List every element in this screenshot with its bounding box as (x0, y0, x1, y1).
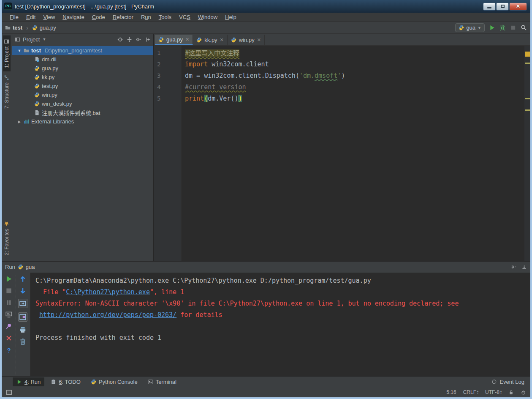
close-tab-icon[interactable]: ✕ (220, 37, 224, 43)
line-number: 2 (154, 61, 182, 68)
hide-panel-icon[interactable] (145, 37, 151, 42)
console-link[interactable]: http://python.org/dev/peps/pep-0263/ (39, 311, 176, 319)
readonly-lock-icon[interactable] (508, 390, 514, 395)
maximize-button[interactable] (496, 3, 509, 11)
tree-file-name: 注册大漠插件到系统.bat (42, 109, 100, 117)
menu-refactor[interactable]: Refactor (109, 13, 137, 21)
toolwindow-tab----todo[interactable]: 6: TODO (47, 377, 84, 386)
print-button[interactable] (19, 326, 27, 333)
hector-inspector-icon[interactable] (521, 390, 526, 395)
code-text[interactable]: #这里写入中文注释 (182, 48, 239, 57)
encoding-select[interactable]: UTF-8▴▾ (485, 389, 502, 395)
minimize-button[interactable] (483, 3, 496, 11)
menu-help[interactable]: Help (221, 13, 240, 21)
event-log-label: Event Log (499, 379, 524, 385)
project-icon (15, 37, 20, 42)
line-ending-select[interactable]: CRLF▴▾ (463, 389, 478, 395)
scroll-to-source-icon[interactable] (117, 37, 123, 42)
tree-file-name: dm.dll (42, 56, 57, 63)
close-tab-icon[interactable]: ✕ (257, 37, 261, 43)
tree-file-row[interactable]: win.py (12, 90, 153, 99)
help-button[interactable]: ? (5, 346, 13, 354)
console-line: http://python.org/dev/peps/pep-0263/ for… (35, 311, 530, 322)
run-console[interactable]: C:\ProgramData\Anaconda2\python.exe C:\P… (30, 273, 530, 376)
breadcrumb-item[interactable]: test (5, 25, 22, 31)
toolwindow-tab-python-console[interactable]: Python Console (87, 377, 141, 386)
project-view-select[interactable]: Project ▼ (15, 36, 46, 43)
event-log-button[interactable]: Event Log (491, 379, 530, 385)
tree-root-row[interactable]: ▼testD:\python_program\test (12, 46, 153, 55)
warning-stripe-mark[interactable] (525, 63, 530, 64)
run-configuration-select[interactable]: gua ▼ (455, 23, 485, 32)
hide-panel-icon[interactable] (521, 264, 527, 270)
code-text[interactable]: #current version (182, 83, 246, 91)
code-editor[interactable]: 1#这里写入中文注释2import win32com.client3dm = w… (154, 46, 524, 261)
toolwindow-tab----run[interactable]: 4: Run (13, 377, 44, 386)
editor-tab-win.py[interactable]: win.py✕ (228, 35, 265, 45)
run-button[interactable] (489, 25, 495, 31)
error-stripe[interactable] (524, 46, 530, 261)
code-text[interactable]: dm = win32com.client.Dispatch('dm.dmsoft… (182, 72, 345, 79)
pin-tab-button[interactable] (5, 322, 13, 330)
tree-file-row[interactable]: test.py (12, 82, 153, 90)
tree-file-row[interactable]: gua.py (12, 64, 153, 73)
tree-file-row[interactable]: kk.py (12, 73, 153, 82)
toolwindow-tab-terminal[interactable]: Terminal (144, 377, 180, 386)
down-stack-trace-button[interactable] (19, 287, 27, 295)
clear-all-button[interactable] (19, 338, 27, 345)
tree-file-name: win.py (42, 92, 57, 98)
rerun-button[interactable] (5, 275, 13, 283)
tree-external-libraries-row[interactable]: ▶External Libraries (12, 117, 153, 126)
stop-button[interactable] (5, 287, 13, 295)
search-icon[interactable] (521, 25, 527, 31)
editor-tab-kk.py[interactable]: kk.py✕ (193, 35, 228, 45)
stop-button[interactable] (510, 25, 516, 31)
editor-tab-gua.py[interactable]: gua.py✕ (155, 35, 193, 45)
warning-stripe-mark[interactable] (525, 98, 530, 99)
breadcrumb-item[interactable]: gua.py (32, 25, 56, 31)
close-tab-icon[interactable]: ✕ (185, 37, 189, 42)
gear-icon[interactable] (136, 37, 141, 42)
tree-file-row[interactable]: win_desk.py (12, 99, 153, 108)
gear-icon[interactable] (511, 264, 516, 270)
console-link[interactable]: C:\Python27\python.exe (66, 288, 150, 296)
menu-file[interactable]: File (6, 13, 22, 21)
debug-button[interactable] (499, 25, 506, 31)
left-tool-stripe: 1: Project7: Structure2: Favorites (2, 34, 12, 261)
close-panel-button[interactable] (5, 334, 13, 342)
stripe-project[interactable]: 1: Project (3, 36, 11, 71)
menu-navigate[interactable]: Navigate (59, 13, 88, 21)
tool-window-toggle-icon[interactable] (6, 390, 12, 395)
stripe-favorites[interactable]: 2: Favorites (3, 218, 11, 259)
scroll-to-end-button[interactable] (18, 299, 27, 308)
tree-file-row[interactable]: ?dm.dll (12, 55, 153, 64)
tree-file-row[interactable]: 注册大漠插件到系统.bat (12, 108, 153, 117)
menu-edit[interactable]: Edit (22, 13, 39, 21)
warning-stripe-mark[interactable] (525, 109, 530, 111)
close-button[interactable]: ✕ (509, 3, 527, 11)
expanded-arrow-icon[interactable]: ▼ (17, 49, 22, 53)
line-number: 3 (154, 72, 182, 79)
soft-wrap-button[interactable] (18, 312, 27, 322)
pycharm-window: PC test [D:\python_program\test] - ...\g… (0, 0, 532, 399)
menu-code[interactable]: Code (88, 13, 109, 21)
menu-window[interactable]: Window (194, 13, 221, 21)
code-segment: ' (337, 72, 341, 79)
menu-vcs[interactable]: VCS (175, 13, 194, 21)
stripe-structure[interactable]: 7: Structure (3, 71, 11, 112)
menu-tools[interactable]: Tools (155, 13, 175, 21)
project-panel: Project ▼ ▼testD:\python_program\test?dm… (12, 34, 154, 261)
collapse-all-icon[interactable] (127, 37, 132, 42)
console-text: Process finished with exit code 1 (35, 334, 161, 342)
pause-output-button[interactable] (5, 299, 13, 306)
console-text: SyntaxError: Non-ASCII character '\x90' … (35, 300, 459, 307)
code-text[interactable]: print(dm.Ver()) (182, 95, 242, 102)
collapsed-arrow-icon[interactable]: ▶ (17, 120, 22, 124)
menu-run[interactable]: Run (137, 13, 155, 21)
menu-view[interactable]: View (39, 13, 59, 21)
caret-position[interactable]: 5:16 (446, 389, 456, 395)
show-console-button[interactable] (5, 311, 13, 318)
up-stack-trace-button[interactable] (19, 275, 27, 283)
code-text[interactable]: import win32com.client (182, 60, 269, 68)
inspection-status-icon[interactable] (525, 52, 530, 57)
